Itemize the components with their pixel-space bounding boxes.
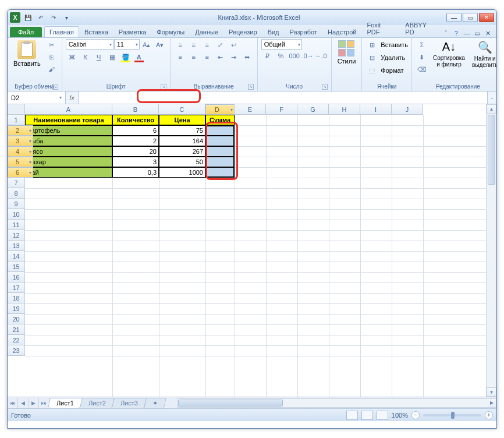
column-header-I[interactable]: I	[360, 104, 392, 115]
percent-button[interactable]: %	[275, 50, 288, 62]
select-all-corner[interactable]	[8, 104, 25, 115]
tab-abbyy[interactable]: ABBYY PD	[400, 19, 442, 37]
cell-D1[interactable]: Сумма	[205, 115, 235, 125]
currency-button[interactable]: ₽	[261, 50, 274, 62]
scroll-down-arrow[interactable]: ▼	[487, 387, 496, 397]
qat-dropdown[interactable]: ▾	[61, 12, 72, 23]
doc-close-icon[interactable]: ✕	[484, 29, 492, 37]
view-pagebreak-button[interactable]	[377, 411, 388, 420]
column-header-G[interactable]: G	[297, 104, 329, 115]
cell-D2[interactable]	[205, 125, 235, 136]
zoom-thumb[interactable]	[451, 412, 455, 419]
tab-insert[interactable]: Вставка	[79, 26, 113, 37]
cell-D6[interactable]	[205, 167, 235, 178]
cell-A1[interactable]: Наименование товара	[25, 115, 112, 125]
orientation-button[interactable]: ⤢	[214, 39, 227, 51]
font-size-select[interactable]: 11	[114, 39, 140, 50]
row-header-20[interactable]: 20	[8, 314, 25, 324]
column-header-B[interactable]: B	[112, 104, 159, 115]
cell-B3[interactable]: 2	[112, 136, 159, 146]
cell-B1[interactable]: Количество	[112, 115, 159, 125]
row-header-19[interactable]: 19	[8, 303, 25, 314]
tab-developer[interactable]: Разработ	[285, 26, 322, 37]
cell-A6[interactable]: Чай	[25, 167, 112, 178]
row-header-11[interactable]: 11	[8, 220, 25, 230]
number-launcher[interactable]: ↘	[322, 84, 328, 90]
fill-button[interactable]: ⬇	[416, 51, 428, 63]
shrink-font-button[interactable]: A▾	[154, 39, 166, 51]
tab-home[interactable]: Главная	[44, 26, 79, 37]
cell-C3[interactable]: 164	[159, 136, 205, 146]
row-header-2[interactable]: 2	[8, 125, 33, 136]
row-header-10[interactable]: 10	[8, 209, 25, 220]
zoom-out-button[interactable]: −	[411, 411, 420, 419]
hscroll-thumb[interactable]	[178, 400, 283, 407]
row-header-13[interactable]: 13	[8, 241, 25, 251]
tab-data[interactable]: Данные	[190, 26, 223, 37]
align-center-button[interactable]: ≡	[187, 51, 200, 63]
format-cells-button[interactable]: ⬚	[365, 65, 378, 76]
row-header-23[interactable]: 23	[8, 345, 25, 356]
font-launcher[interactable]: ↘	[161, 84, 166, 90]
scroll-right-arrow[interactable]: ▶	[488, 399, 496, 407]
horizontal-scrollbar[interactable]: ◀ ▶	[177, 398, 496, 408]
cell-D4[interactable]	[205, 146, 235, 157]
view-layout-button[interactable]	[361, 411, 373, 420]
zoom-slider[interactable]	[423, 414, 481, 416]
sheet-tab-2[interactable]: Лист2	[80, 398, 115, 408]
bold-button[interactable]: Ж	[66, 51, 79, 63]
cells-area[interactable]: Наименование товараКоличествоЦенаСуммаКа…	[25, 115, 486, 397]
sheet-tab-1[interactable]: Лист1	[48, 398, 83, 408]
cut-button[interactable]: ✂	[45, 39, 58, 51]
column-header-E[interactable]: E	[235, 104, 266, 115]
doc-restore-icon[interactable]: ▭	[473, 29, 481, 37]
row-header-14[interactable]: 14	[8, 251, 25, 262]
column-header-F[interactable]: F	[266, 104, 297, 115]
tab-addins[interactable]: Надстрой	[322, 26, 361, 37]
cell-B4[interactable]: 20	[112, 146, 159, 157]
number-format-select[interactable]: Общий	[261, 39, 302, 50]
font-color-button[interactable]: А	[133, 51, 145, 63]
row-header-22[interactable]: 22	[8, 335, 25, 345]
font-family-select[interactable]: Calibri	[66, 39, 113, 50]
row-header-6[interactable]: 6	[8, 167, 33, 178]
autosum-button[interactable]: Σ	[416, 39, 428, 51]
sheet-next-button[interactable]: ▶	[29, 398, 39, 408]
border-button[interactable]: ▦	[106, 51, 119, 63]
row-header-9[interactable]: 9	[8, 199, 25, 209]
paste-button[interactable]: Вставить	[11, 39, 43, 68]
close-button[interactable]	[479, 13, 494, 22]
row-header-8[interactable]: 8	[8, 188, 25, 199]
insert-cells-button[interactable]: ⊞	[365, 39, 378, 51]
row-header-4[interactable]: 4	[8, 146, 33, 157]
column-header-J[interactable]: J	[392, 104, 423, 115]
fill-color-button[interactable]: 🪣	[119, 51, 132, 63]
row-header-1[interactable]: 1	[8, 115, 25, 125]
name-box[interactable]: D2	[8, 91, 66, 104]
merge-button[interactable]: ⬌	[241, 51, 254, 63]
zoom-in-button[interactable]: +	[485, 411, 493, 419]
sheet-tab-3[interactable]: Лист3	[112, 398, 147, 408]
row-header-21[interactable]: 21	[8, 324, 25, 335]
doc-minimize-icon[interactable]: —	[463, 29, 471, 37]
decrease-indent-button[interactable]: ⇤	[214, 51, 227, 63]
cell-B5[interactable]: 3	[112, 157, 159, 167]
row-header-18[interactable]: 18	[8, 293, 25, 303]
minimize-button[interactable]: —	[446, 13, 462, 22]
cell-A2[interactable]: Картофель	[25, 125, 112, 136]
row-header-5[interactable]: 5	[8, 157, 33, 167]
redo-button[interactable]: ↷	[48, 12, 59, 23]
row-header-15[interactable]: 15	[8, 262, 25, 272]
expand-formula-bar[interactable]: ⌄	[487, 91, 496, 104]
help-icon[interactable]: ?	[452, 29, 460, 37]
undo-button[interactable]: ↶	[36, 12, 46, 23]
find-select-button[interactable]: 🔍 Найти и выделить	[470, 39, 497, 69]
maximize-button[interactable]: ▭	[463, 13, 478, 22]
tab-foxit[interactable]: Foxit PDF	[361, 19, 400, 37]
align-right-button[interactable]: ≡	[201, 51, 214, 63]
column-header-D[interactable]: D	[205, 104, 235, 115]
cell-C2[interactable]: 75	[159, 125, 205, 136]
tab-formulas[interactable]: Формулы	[151, 26, 190, 37]
comma-button[interactable]: 000	[288, 50, 301, 62]
row-header-17[interactable]: 17	[8, 282, 25, 293]
